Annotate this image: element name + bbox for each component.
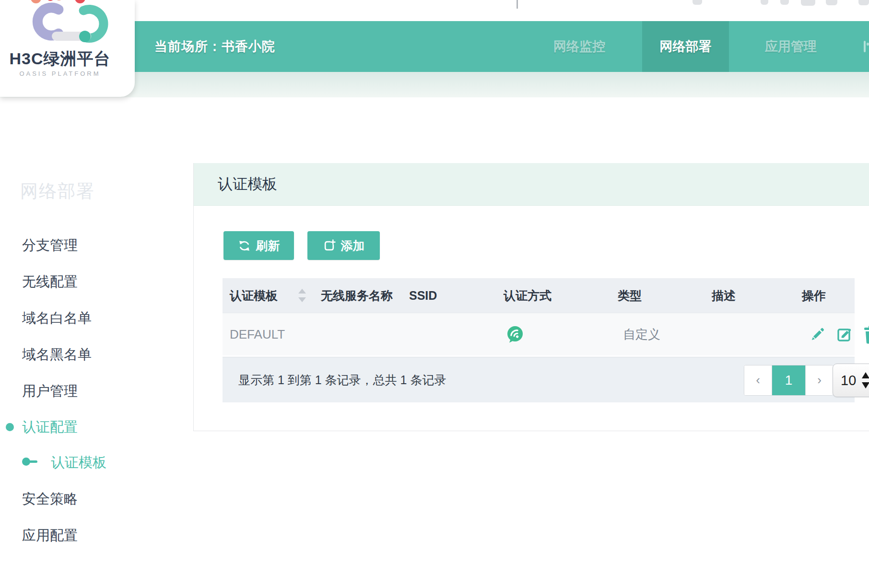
current-page-button[interactable]: 1 (772, 365, 806, 395)
prev-page-button[interactable]: ‹ (744, 365, 772, 395)
column-wireless-service: 无线服务名称 (321, 278, 393, 313)
column-auth-method: 认证方式 (504, 278, 552, 313)
table-row: DEFAULT 自定义 (223, 313, 855, 355)
refresh-icon (238, 239, 251, 252)
cropped-toolbar-icon (826, 0, 837, 5)
refresh-button-label: 刷新 (256, 238, 280, 254)
edit-square-icon[interactable] (837, 327, 852, 342)
add-button[interactable]: 添加 (307, 231, 380, 260)
sidebar-item-auth-template[interactable]: 认证模板 (51, 453, 106, 472)
sidebar-item-domain-blacklist[interactable]: 域名黑名单 (22, 345, 92, 364)
sidebar-item-domain-whitelist[interactable]: 域名白名单 (22, 308, 92, 328)
select-spinner-icon (862, 372, 869, 388)
sidebar-section-title: 网络部署 (20, 179, 95, 203)
sidebar-item-auth-config[interactable]: 认证配置 (22, 417, 78, 436)
oasis-logo-icon (12, 0, 122, 45)
table-header-row: 认证模板 无线服务名称 SSID 认证方式 类型 描述 操作 (223, 278, 855, 313)
wifi-bubble-icon (506, 326, 524, 343)
cropped-toolbar-icon (693, 0, 702, 5)
brand-logo-card: H3C绿洲平台 OASIS PLATFORM (0, 0, 135, 97)
records-summary: 显示第 1 到第 1 条记录，总共 1 条记录 (238, 357, 446, 402)
page-size-select[interactable]: 10 (833, 364, 869, 397)
brand-subtitle: OASIS PLATFORM (0, 70, 120, 77)
add-button-label: 添加 (341, 238, 365, 254)
sidebar-item-wireless-config[interactable]: 无线配置 (22, 272, 78, 291)
refresh-button[interactable]: 刷新 (223, 231, 294, 260)
current-site-label: 当前场所：书香小院 (154, 21, 275, 72)
column-ssid: SSID (409, 278, 437, 313)
pagination: ‹ 1 › (744, 365, 834, 396)
column-auth-template: 认证模板 (230, 278, 278, 313)
delete-trash-icon[interactable] (863, 326, 869, 344)
column-actions: 操作 (802, 278, 826, 313)
auth-template-panel: 认证模板 刷新 添加 认证模板 无线服务名称 (193, 163, 869, 431)
add-icon (323, 239, 336, 252)
nav-item-partial[interactable] (862, 21, 869, 72)
nav-item-network-monitor[interactable]: 网络监控 (531, 21, 627, 72)
column-type: 类型 (618, 278, 642, 313)
cropped-toolbar-icon (780, 0, 789, 5)
panel-header: 认证模板 (194, 163, 869, 206)
sidebar-item-app-config[interactable]: 应用配置 (22, 526, 78, 545)
panel-title: 认证模板 (218, 163, 277, 205)
sidebar-item-security-policy[interactable]: 安全策略 (22, 489, 78, 508)
nav-item-network-deploy[interactable]: 网络部署 (642, 21, 729, 72)
cropped-toolbar-divider (517, 0, 518, 9)
sidebar-item-user-manage[interactable]: 用户管理 (22, 381, 78, 400)
nav-item-app-manage[interactable]: 应用管理 (743, 21, 839, 72)
cropped-toolbar-icon (761, 0, 768, 5)
sort-icon[interactable] (298, 289, 306, 302)
sidebar-item-branch-manage[interactable]: 分支管理 (22, 235, 78, 255)
cropped-toolbar-icon (801, 0, 815, 6)
table-footer: 显示第 1 到第 1 条记录，总共 1 条记录 ‹ 1 › 10 (223, 357, 855, 402)
edit-pencil-icon[interactable] (810, 326, 826, 342)
active-item-bullet (6, 423, 14, 431)
column-description: 描述 (712, 278, 736, 313)
cell-type: 自定义 (623, 313, 660, 355)
brand-title: H3C绿洲平台 (0, 48, 120, 70)
active-subitem-dash (29, 460, 37, 463)
next-page-button[interactable]: › (806, 365, 833, 395)
page-size-value: 10 (841, 364, 856, 397)
app-window: 当前场所：书香小院 网络监控 网络部署 应用管理 H3C绿洲平台 OASIS P… (0, 0, 869, 588)
cropped-toolbar-icon (858, 0, 869, 5)
cell-template-name: DEFAULT (230, 313, 285, 355)
